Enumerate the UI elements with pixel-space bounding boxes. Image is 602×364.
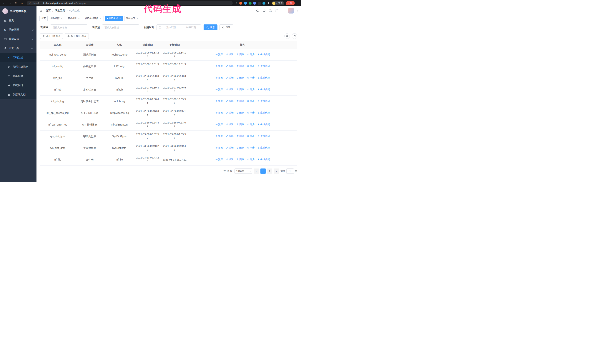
generate-code-link[interactable]: 生成代码 (258, 64, 270, 68)
sync-link[interactable]: 同步 (247, 111, 255, 114)
edit-link[interactable]: 编辑 (226, 146, 234, 150)
collapse-menu-icon[interactable] (39, 9, 43, 12)
search-button[interactable]: 搜索 (204, 24, 217, 30)
extension-icon-check[interactable]: ✓ (248, 2, 252, 5)
edit-link[interactable]: 编辑 (226, 76, 234, 80)
sync-link[interactable]: 同步 (247, 99, 255, 103)
refresh-table-button[interactable] (292, 33, 297, 39)
generate-code-link[interactable]: 生成代码 (258, 76, 270, 80)
extension-icon-drop[interactable] (244, 2, 247, 5)
bookmark-star-icon[interactable]: ☆ (235, 2, 238, 5)
preview-link[interactable]: 预览 (215, 52, 223, 56)
generate-code-link[interactable]: 生成代码 (258, 88, 270, 91)
generate-code-link[interactable]: 生成代码 (258, 99, 270, 103)
github-icon[interactable] (262, 9, 266, 12)
edit-link[interactable]: 编辑 (226, 52, 234, 56)
fullscreen-icon[interactable] (275, 9, 279, 12)
sidebar-item-home[interactable]: 首页 (0, 16, 36, 25)
generate-code-link[interactable]: 生成代码 (258, 123, 270, 126)
help-icon[interactable]: ? (269, 9, 272, 12)
preview-link[interactable]: 预览 (215, 88, 223, 91)
close-icon[interactable]: × (60, 17, 63, 20)
delete-link[interactable]: 删除 (236, 157, 244, 161)
delete-link[interactable]: 删除 (236, 99, 244, 103)
extension-icon-fox[interactable] (239, 2, 242, 5)
generate-code-link[interactable]: 生成代码 (258, 52, 270, 56)
preview-link[interactable]: 预览 (215, 64, 223, 68)
search-icon[interactable] (256, 9, 259, 12)
browser-update-button[interactable]: 更新 (286, 1, 295, 5)
close-icon[interactable]: × (136, 17, 139, 20)
sync-link[interactable]: 同步 (247, 88, 255, 91)
sync-link[interactable]: 同步 (247, 157, 255, 161)
tab-codegen-example[interactable]: 代码生成示例 × (83, 16, 104, 21)
preview-link[interactable]: 预览 (215, 146, 223, 150)
delete-link[interactable]: 删除 (236, 52, 244, 56)
preview-link[interactable]: 预览 (215, 76, 223, 80)
sync-link[interactable]: 同步 (247, 134, 255, 138)
tab-form-builder[interactable]: 表单构建 × (66, 16, 82, 21)
close-icon[interactable]: × (119, 17, 121, 20)
sidebar-item-db-doc[interactable]: 数据库文档 (0, 90, 36, 99)
delete-link[interactable]: 删除 (236, 76, 244, 80)
generate-code-link[interactable]: 生成代码 (258, 111, 270, 114)
tab-trace[interactable]: 链路追踪 × (49, 16, 65, 21)
paused-badge[interactable]: 已暂停 (272, 1, 284, 5)
prev-page-button[interactable]: ‹ (254, 168, 259, 174)
date-range-picker[interactable]: 开始日期 - 结束日期 (157, 24, 201, 30)
sync-link[interactable]: 同步 (247, 146, 255, 150)
user-avatar[interactable] (288, 8, 294, 13)
page-button-1[interactable]: 1 (260, 168, 266, 174)
sync-link[interactable]: 同步 (247, 52, 255, 56)
app-logo[interactable]: 芋道管理系统 (0, 6, 36, 16)
preview-link[interactable]: 预览 (215, 99, 223, 103)
edit-link[interactable]: 编辑 (226, 134, 234, 138)
home-icon[interactable]: ⌂ (20, 1, 24, 5)
reload-icon[interactable]: ⟳ (14, 1, 18, 5)
generate-code-link[interactable]: 生成代码 (258, 146, 270, 150)
url-bar[interactable]: ⚠ 不安全 dashboard.yudao.iocoder.cn/tool/co… (27, 1, 233, 5)
preview-link[interactable]: 预览 (215, 123, 223, 126)
tab-home[interactable]: 首页 (39, 16, 48, 21)
delete-link[interactable]: 删除 (236, 111, 244, 114)
close-icon[interactable]: × (99, 17, 102, 20)
generate-code-link[interactable]: 生成代码 (258, 157, 270, 161)
delete-link[interactable]: 删除 (236, 134, 244, 138)
generate-code-link[interactable]: 生成代码 (258, 134, 270, 138)
sync-link[interactable]: 同步 (247, 76, 255, 80)
edit-link[interactable]: 编辑 (226, 111, 234, 114)
tab-codegen[interactable]: 代码生成 × (105, 16, 123, 21)
edit-link[interactable]: 编辑 (226, 88, 234, 91)
sidebar-item-devtools[interactable]: 研发工具 (0, 44, 36, 53)
delete-link[interactable]: 删除 (236, 64, 244, 68)
sync-link[interactable]: 同步 (247, 123, 255, 126)
edit-link[interactable]: 编辑 (226, 157, 234, 161)
sidebar-item-api[interactable]: 系统接口 (0, 81, 36, 90)
import-sql-button[interactable]: 基于 SQL 导入 (65, 33, 89, 39)
breadcrumb-home[interactable]: 首页 (46, 9, 51, 12)
forward-icon[interactable]: → (8, 1, 12, 5)
extension-icon-switch[interactable] (258, 2, 261, 5)
reset-button[interactable]: 重置 (219, 24, 233, 30)
close-icon[interactable]: × (78, 17, 80, 20)
font-size-icon[interactable] (282, 9, 285, 12)
sidebar-item-codegen[interactable]: 代码生成 (0, 53, 36, 62)
goto-page-input[interactable] (286, 168, 294, 174)
browser-menu-icon[interactable]: ⋮ (296, 1, 299, 5)
preview-link[interactable]: 预览 (215, 111, 223, 114)
preview-link[interactable]: 预览 (215, 134, 223, 138)
next-page-button[interactable]: › (274, 168, 279, 174)
extension-icon-bird[interactable] (262, 2, 265, 5)
avatar-caret-icon[interactable]: ▾ (297, 10, 298, 12)
tab-api[interactable]: 系统接口 × (124, 16, 140, 21)
table-desc-input[interactable] (102, 24, 139, 30)
sidebar-item-form-builder[interactable]: 表单构建 (0, 72, 36, 81)
table-name-input[interactable] (50, 24, 87, 30)
edit-link[interactable]: 编辑 (226, 99, 234, 103)
import-db-button[interactable]: 基于 DB 导入 (40, 33, 63, 39)
toggle-search-button[interactable] (284, 33, 290, 39)
sidebar-item-system[interactable]: ⚙ 系统管理 (0, 25, 36, 34)
puzzle-icon[interactable] (267, 2, 270, 5)
preview-link[interactable]: 预览 (215, 157, 223, 161)
extension-icon-users[interactable] (253, 2, 256, 5)
